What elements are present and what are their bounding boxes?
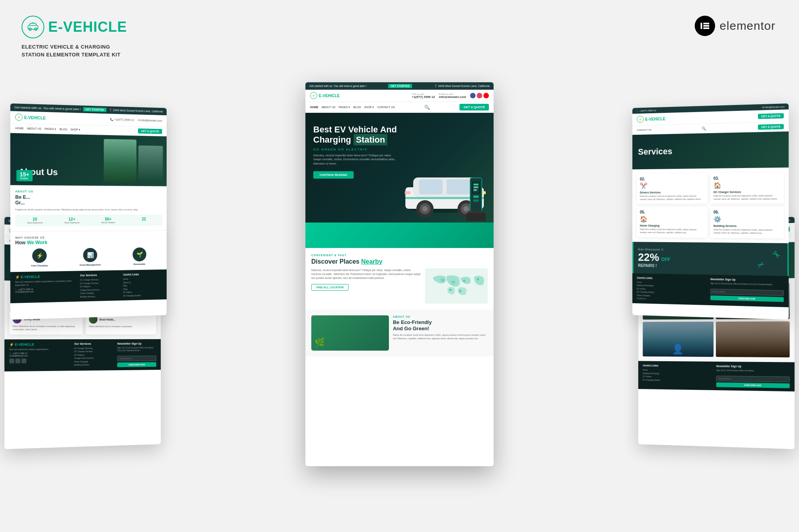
services-heading: Services [638, 147, 672, 157]
find-location-btn[interactable]: FIND ALL LOCATION [311, 284, 349, 291]
svg-rect-20 [405, 191, 410, 194]
screenshot-services: 📞 +1(977) 2559 12 ✉ info@domain.com ⚡E-V… [632, 103, 789, 320]
services-hero: Services [632, 132, 789, 170]
eco-text: ABOUT US Be Eco-FriendlyAnd Go Green! Na… [393, 315, 488, 340]
footer3-mini: Useful Links HomeBuilding TechnologyEV V… [632, 273, 789, 307]
elementor-label: elementor [720, 19, 775, 33]
world-map [425, 268, 488, 304]
svg-rect-26 [474, 186, 478, 188]
footer4-mini: Useful Links HomeBuilding TechnologyEV V… [638, 361, 795, 391]
green-strip [305, 223, 494, 248]
how-steps: ⚡ Fast Charging 📊 Good Management 🌱 Rene… [15, 247, 162, 267]
svg-rect-7 [703, 27, 709, 29]
gallery-item-3: 👤 [643, 322, 714, 357]
svg-rect-4 [701, 23, 702, 29]
newsletter-input[interactable] [117, 356, 156, 362]
elementor-icon [695, 16, 715, 36]
footer2-mini: ⚡ E-VEHICLE Nam veri maecenas, facilisis… [4, 339, 161, 371]
main-nav: HOME ABOUT US PAGES ▾ BLOG SHOP ▾ CONTAC… [305, 102, 494, 113]
badge-years: 15+ YEARS [16, 170, 33, 181]
subscribe-btn[interactable]: SUBSCRIBE NOW [117, 362, 156, 367]
svg-point-38 [449, 289, 452, 291]
logo: E-VEHICLE [22, 16, 127, 38]
discover-section: CONVENIENT & FAST Discover Places Nearby… [305, 248, 494, 309]
brand-area: E-VEHICLE ELECTRIC VEHICLE & CHARGING ST… [22, 16, 127, 58]
brand-name-text: E-VEHICLE [48, 19, 127, 35]
svg-rect-5 [703, 23, 709, 24]
services-content: 02. ✂️ Drivers Services Nulla illo curab… [632, 168, 789, 243]
screenshots-container: Get started with us. You will need a goo… [0, 74, 799, 532]
newsletter-input-2[interactable] [710, 289, 784, 296]
svg-rect-31 [466, 213, 486, 221]
ss-logo: ⚡ E-VEHICLE [15, 114, 46, 121]
newsletter-input-3[interactable] [716, 376, 790, 382]
main-hero: Best EV Vehicle AndCharging Station GO G… [305, 113, 494, 223]
about-hero: About Us 15+ YEARS [10, 133, 167, 186]
about-content-section: ABOUT US Be E...Gr... Fugilat inm doulm … [10, 185, 167, 232]
eco-image: 🌿 [311, 315, 389, 351]
subscribe-btn-3[interactable]: SUBSCRIBE NOW [716, 382, 790, 388]
how-section: WHY CHOOSE US How We Work ⚡ Fast Chargin… [10, 230, 167, 272]
screenshot-about: Get started with us. You will need a goo… [10, 103, 167, 320]
svg-rect-27 [474, 189, 477, 191]
svg-rect-0 [28, 25, 38, 29]
svg-point-15 [422, 206, 428, 212]
svg-point-36 [463, 280, 465, 282]
main-topbar: Get started with us. You will need a goo… [305, 82, 494, 90]
svg-rect-29 [473, 199, 479, 202]
svg-point-37 [477, 278, 479, 280]
discount-banner: ✂ ✂ Get Discount !! 22%OFF REPAIRS ! [632, 242, 789, 276]
about-images [104, 139, 163, 183]
svg-rect-6 [703, 25, 709, 27]
gallery-item-4 [716, 321, 790, 357]
subscribe-btn-2[interactable]: SUBSCRIBE NOW [710, 295, 784, 302]
svg-rect-28 [473, 195, 479, 198]
svg-point-34 [452, 281, 454, 283]
charger-station [462, 174, 490, 223]
screenshot-home-main: Get started with us. You will need a goo… [305, 82, 494, 466]
brand-subtitle: ELECTRIC VEHICLE & CHARGING STATION ELEM… [22, 43, 127, 58]
logo-icon [22, 16, 44, 38]
svg-rect-25 [474, 184, 478, 185]
stats-mini: 10 Years Experience 12+ Years Experience… [15, 215, 162, 226]
hero-cta-btn[interactable]: CONTINUE READING [313, 171, 354, 179]
svg-rect-11 [419, 179, 443, 194]
elementor-brand: elementor [695, 16, 775, 36]
ss-contact: 📞 +1(977) 2599 12 ✉ info@domain.com [110, 118, 162, 122]
eco-section: 🌿 ABOUT US Be Eco-FriendlyAnd Go Green! … [305, 309, 494, 356]
svg-point-32 [441, 279, 444, 281]
footer-mini: ⚡ E-VEHICLE Nam veri maecenas, facilisis… [10, 270, 167, 303]
svg-point-39 [459, 290, 461, 292]
main-header: ⚡ E-VEHICLE Call us now +1(977) 2599 12 … [305, 90, 494, 102]
